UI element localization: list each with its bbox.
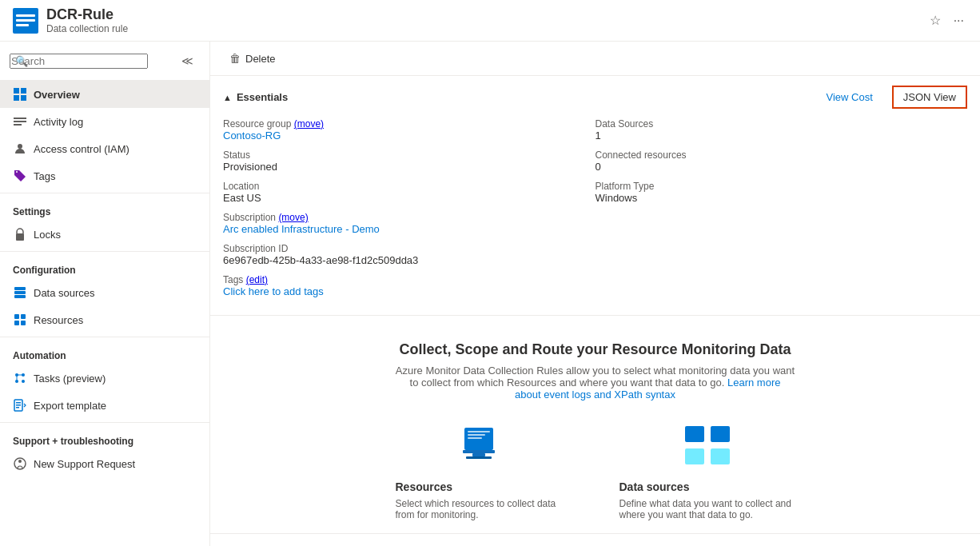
access-control-icon: [13, 141, 27, 156]
subscription-label: Subscription (move): [223, 212, 596, 223]
svg-rect-27: [16, 402, 21, 404]
svg-rect-38: [468, 437, 482, 439]
essentials-col-right: Data Sources 1 Connected resources 0 Pla…: [596, 118, 968, 305]
location-label: Location: [223, 181, 596, 192]
sidebar-item-new-support[interactable]: New Support Request: [0, 450, 209, 477]
svg-rect-3: [16, 24, 29, 26]
tags-add-link[interactable]: Click here to add tags: [223, 285, 324, 297]
sidebar-section-settings: Settings: [0, 197, 209, 221]
svg-point-23: [22, 380, 25, 383]
essentials-subscription-id: Subscription ID 6e967edb-425b-4a33-ae98-…: [223, 243, 596, 266]
resources-card-desc: Select which resources to collect data f…: [396, 498, 572, 520]
subscription-value-link[interactable]: Arc enabled Infrastructure - Demo: [223, 223, 380, 235]
more-options-icon[interactable]: ···: [950, 10, 967, 31]
locks-icon: [13, 227, 27, 241]
sidebar-divider-4: [0, 422, 209, 423]
json-view-button[interactable]: JSON View: [892, 86, 967, 109]
svg-point-11: [18, 144, 22, 149]
favorite-star-icon[interactable]: ☆: [926, 10, 944, 31]
overview-icon: [13, 87, 27, 102]
sidebar-item-resources[interactable]: Resources: [0, 306, 209, 333]
resource-group-move-link[interactable]: (move): [294, 118, 324, 130]
sidebar-item-resources-label: Resources: [34, 314, 83, 326]
search-wrapper: 🔍: [10, 54, 175, 69]
data-sources-promo-icon: [682, 420, 733, 471]
tags-label: Tags (edit): [223, 274, 596, 285]
view-cost-button[interactable]: View Cost: [816, 87, 882, 107]
essentials-location: Location East US: [223, 181, 596, 204]
svg-point-31: [18, 460, 22, 463]
svg-rect-37: [468, 434, 485, 436]
svg-rect-7: [21, 95, 26, 101]
svg-rect-9: [14, 121, 26, 122]
svg-rect-5: [21, 88, 26, 94]
delete-button[interactable]: 🗑 Delete: [223, 48, 282, 69]
resources-card-title: Resources: [396, 480, 572, 493]
essentials-grid: Resource group (move) Contoso-RG Status …: [223, 118, 967, 305]
collapse-sidebar-icon[interactable]: ≪: [175, 48, 200, 74]
svg-rect-14: [14, 291, 26, 294]
main-layout: 🔍 ≪ Overview Activity log Access control…: [0, 42, 980, 546]
essentials-chevron-icon[interactable]: ▲: [223, 93, 232, 102]
sidebar-item-locks[interactable]: Locks: [0, 221, 209, 248]
data-sources-label: Data Sources: [596, 118, 968, 130]
header-actions: ☆ ···: [926, 10, 967, 31]
learn-more-link[interactable]: Learn more about event logs and XPath sy…: [515, 377, 780, 401]
sidebar-item-export-template[interactable]: Export template: [0, 392, 209, 419]
sidebar-item-tasks-label: Tasks (preview): [34, 373, 106, 385]
svg-rect-29: [16, 407, 19, 409]
sidebar-item-overview[interactable]: Overview: [0, 81, 209, 108]
sidebar-item-access-control[interactable]: Access control (IAM): [0, 135, 209, 162]
data-sources-card-desc: Define what data you want to collect and…: [619, 498, 795, 520]
promo-title: Collect, Scope and Route your Resource M…: [399, 341, 791, 358]
sidebar-item-tags[interactable]: Tags: [0, 162, 209, 189]
svg-rect-39: [685, 426, 704, 442]
resource-group-label: Resource group (move): [223, 118, 596, 130]
resources-icon: [13, 313, 27, 327]
activity-log-icon: [13, 114, 27, 129]
sidebar-section-configuration: Configuration: [0, 255, 209, 279]
sidebar-divider-1: [0, 193, 209, 193]
sidebar-item-tasks[interactable]: Tasks (preview): [0, 365, 209, 392]
resource-group-value-link[interactable]: Contoso-RG: [223, 130, 281, 141]
essentials-resource-group: Resource group (move) Contoso-RG: [223, 118, 596, 141]
sidebar-divider-3: [0, 337, 209, 337]
promo-section: Collect, Scope and Route your Resource M…: [210, 316, 980, 534]
subscription-move-link[interactable]: (move): [278, 212, 308, 223]
essentials-tags: Tags (edit) Click here to add tags: [223, 274, 596, 297]
sidebar-item-activity-log[interactable]: Activity log: [0, 108, 209, 135]
connected-resources-value: 0: [596, 161, 968, 173]
sidebar-search-row: 🔍 ≪: [0, 42, 209, 81]
promo-cards: Resources Select which resources to coll…: [396, 420, 795, 520]
essentials-connected-resources: Connected resources 0: [596, 149, 968, 173]
tags-edit-link[interactable]: (edit): [246, 274, 268, 285]
svg-rect-13: [14, 287, 26, 290]
essentials-data-sources: Data Sources 1: [596, 118, 968, 141]
sidebar: 🔍 ≪ Overview Activity log Access control…: [0, 42, 210, 546]
page-title: DCR-Rule: [46, 6, 926, 23]
connected-resources-label: Connected resources: [596, 149, 968, 161]
subscription-id-value: 6e967edb-425b-4a33-ae98-f1d2c509dda3: [223, 254, 596, 266]
sidebar-item-data-sources[interactable]: Data sources: [0, 279, 209, 306]
sidebar-item-overview-label: Overview: [34, 89, 80, 101]
svg-rect-34: [472, 453, 485, 456]
sidebar-item-data-sources-label: Data sources: [34, 287, 95, 299]
svg-rect-15: [14, 295, 26, 298]
promo-description: Azure Monitor Data Collection Rules allo…: [396, 365, 795, 401]
sidebar-item-locks-label: Locks: [34, 229, 61, 241]
svg-rect-2: [16, 19, 35, 22]
sidebar-item-access-control-label: Access control (IAM): [34, 143, 129, 155]
promo-card-data-sources: Data sources Define what data you want t…: [619, 420, 795, 520]
svg-rect-8: [14, 118, 26, 119]
search-input[interactable]: [10, 54, 148, 69]
location-value: East US: [223, 192, 596, 204]
support-icon: [13, 456, 27, 471]
main-content: 🗑 Delete ▲ Essentials View Cost JSON Vie…: [210, 42, 980, 546]
tags-icon: [13, 169, 27, 183]
data-sources-icon: [13, 285, 27, 300]
svg-rect-16: [14, 314, 19, 319]
svg-rect-35: [466, 456, 492, 459]
export-template-icon: [13, 398, 27, 412]
header-text-block: DCR-Rule Data collection rule: [46, 6, 926, 34]
sidebar-section-support: Support + troubleshooting: [0, 426, 209, 450]
